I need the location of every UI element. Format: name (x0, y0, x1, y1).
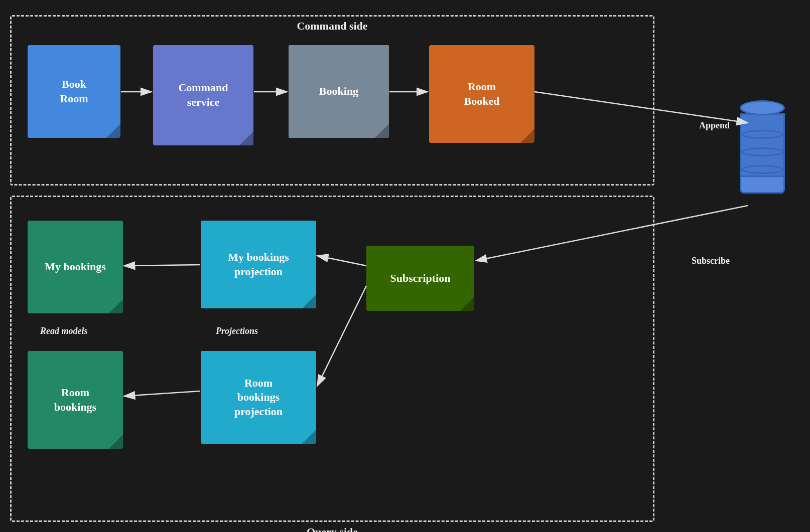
db-body (740, 113, 785, 194)
diagram-container: Command side Query side Read models Proj… (0, 0, 810, 532)
db-top (740, 100, 785, 115)
db-ring-2 (741, 147, 783, 156)
projections-label: Projections (216, 326, 258, 336)
room-bookings-node: Roombookings (28, 351, 123, 449)
database-node (740, 100, 785, 194)
db-ring-3 (741, 165, 783, 174)
room-booked-node: RoomBooked (429, 45, 534, 143)
append-label: Append (699, 120, 730, 131)
my-bookings-projection-node: My bookingsprojection (201, 221, 316, 308)
command-service-node: Commandservice (153, 45, 253, 145)
subscription-node: Subscription (366, 246, 474, 311)
my-bookings-node: My bookings (28, 221, 123, 313)
db-ring-1 (741, 130, 783, 139)
book-room-node: BookRoom (28, 45, 120, 138)
subscribe-label: Subscribe (692, 256, 730, 266)
booking-node: Booking (289, 45, 389, 138)
room-bookings-projection-node: Roombookingsprojection (201, 351, 316, 444)
command-side-label: Command side (297, 20, 367, 33)
read-models-label: Read models (40, 326, 88, 336)
query-side-label: Query side (307, 525, 358, 532)
